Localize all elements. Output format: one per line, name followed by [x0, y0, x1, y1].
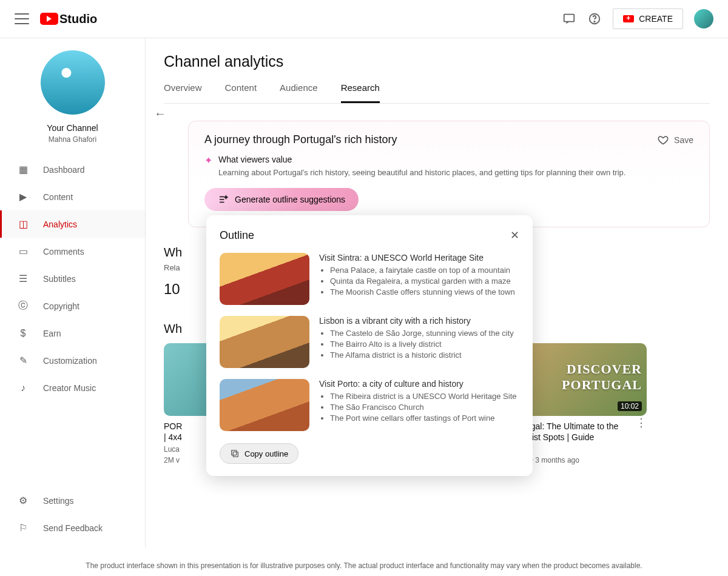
- outline-item: Visit Porto: a city of culture and histo…: [220, 379, 519, 431]
- video-duration: 10:02: [618, 401, 642, 411]
- nav-earn[interactable]: $Earn: [0, 320, 145, 347]
- customization-icon: ✎: [16, 355, 30, 366]
- svg-point-2: [595, 21, 595, 22]
- outline-bullet: The Port wine cellars offer tastings of …: [330, 414, 517, 423]
- nav-subtitles[interactable]: ☰Subtitles: [0, 265, 145, 292]
- analytics-icon: ◫: [16, 218, 30, 230]
- tab-overview[interactable]: Overview: [164, 75, 202, 103]
- copy-icon: [230, 449, 240, 458]
- svg-rect-0: [564, 15, 575, 22]
- channel-avatar[interactable]: [41, 50, 105, 115]
- nav-feedback[interactable]: ⚐Send Feedback: [0, 514, 145, 541]
- music-icon: ♪: [16, 383, 30, 393]
- tab-research[interactable]: Research: [341, 75, 380, 103]
- nav-copyright[interactable]: ⓒCopyright: [0, 292, 145, 320]
- outline-bullet: The São Francisco Church: [330, 403, 517, 412]
- research-card: A journey through Portugal's rich histor…: [188, 121, 710, 227]
- video-channel: Luca: [164, 445, 182, 454]
- top-bar: Studio CREATE: [0, 0, 728, 38]
- outline-item: Lisbon is a vibrant city with a rich his…: [220, 316, 519, 368]
- outline-bullet: The Ribeira district is a UNESCO World H…: [330, 392, 517, 401]
- hamburger-icon[interactable]: [15, 13, 29, 24]
- outline-bullet: The Castelo de São Jorge, stunning views…: [330, 329, 514, 338]
- card-title: A journey through Portugal's rich histor…: [204, 133, 397, 146]
- close-icon[interactable]: ✕: [510, 229, 519, 242]
- nav-customization[interactable]: ✎Customization: [0, 347, 145, 374]
- more-icon[interactable]: ⋮: [636, 416, 647, 429]
- sparkle-icon: ✦: [204, 155, 212, 166]
- create-button[interactable]: CREATE: [613, 8, 683, 29]
- outline-bullet: Pena Palace, a fairytale castle on top o…: [330, 266, 515, 275]
- page-title: Channel analytics: [164, 53, 710, 70]
- disclaimer: The product interface shown in this pres…: [0, 561, 728, 570]
- nav-settings[interactable]: ⚙Settings: [0, 487, 145, 514]
- subtitles-icon: ☰: [16, 273, 30, 284]
- list-sparkle-icon: [218, 194, 229, 205]
- content-icon: ▶: [16, 191, 30, 203]
- channel-label: Your Channel: [0, 123, 145, 133]
- generate-label: Generate outline suggestions: [235, 195, 345, 204]
- outline-item: Visit Sintra: a UNESCO World Heritage Si…: [220, 253, 519, 305]
- outline-bullet: Quinta da Regaleira, a mystical garden w…: [330, 276, 515, 286]
- copy-outline-button[interactable]: Copy outline: [220, 443, 298, 464]
- gear-icon: ⚙: [16, 495, 30, 506]
- dashboard-icon: ▦: [16, 164, 30, 175]
- save-label: Save: [674, 135, 693, 145]
- outline-bullet: The Bairro Alto is a lively district: [330, 340, 514, 349]
- tabs: Overview Content Audience Research: [164, 75, 710, 104]
- video-title: POR| 4x4: [164, 421, 182, 443]
- feedback-icon: ⚐: [16, 522, 30, 534]
- save-button[interactable]: Save: [657, 134, 693, 146]
- nav-analytics[interactable]: ◫Analytics: [0, 210, 145, 238]
- outline-bullet: The Alfama district is a historic distri…: [330, 350, 514, 360]
- heart-icon: [657, 134, 669, 146]
- sidebar: Your Channel Mahna Ghafori ▦Dashboard ▶C…: [0, 38, 146, 548]
- copyright-icon: ⓒ: [16, 300, 30, 312]
- video-meta: 2M v: [164, 456, 182, 464]
- help-icon[interactable]: [587, 12, 602, 26]
- value-heading: What viewers value: [218, 155, 625, 164]
- account-avatar[interactable]: [694, 9, 713, 28]
- nav-creator-music[interactable]: ♪Creator Music: [0, 374, 145, 401]
- generate-outline-button[interactable]: Generate outline suggestions: [204, 188, 359, 211]
- thumbnail-overlay-text: DISCOVERPORTUGAL: [562, 361, 642, 393]
- back-arrow-icon[interactable]: ←: [154, 107, 166, 121]
- outline-heading: Visit Porto: a city of culture and histo…: [319, 379, 517, 389]
- nav-comments[interactable]: ▭Comments: [0, 238, 145, 265]
- outline-bullet: The Moorish Castle offers stunning views…: [330, 287, 515, 296]
- tab-audience[interactable]: Audience: [280, 75, 318, 103]
- comments-icon: ▭: [16, 246, 30, 257]
- main-content: Channel analytics Overview Content Audie…: [146, 38, 728, 548]
- earn-icon: $: [16, 328, 30, 339]
- tab-content[interactable]: Content: [225, 75, 257, 103]
- logo-text: Studio: [59, 12, 97, 26]
- youtube-icon: [40, 13, 58, 25]
- copy-label: Copy outline: [244, 449, 288, 458]
- nav-dashboard[interactable]: ▦Dashboard: [0, 156, 145, 183]
- popover-title: Outline: [220, 229, 254, 242]
- outline-thumbnail: [220, 316, 309, 368]
- value-text: Learning about Portugal's rich history, …: [218, 168, 625, 177]
- create-label: CREATE: [639, 14, 673, 24]
- outline-thumbnail: [220, 379, 309, 431]
- channel-name: Mahna Ghafori: [0, 135, 145, 144]
- studio-logo[interactable]: Studio: [40, 12, 97, 26]
- outline-thumbnail: [220, 253, 309, 305]
- chat-icon[interactable]: [562, 12, 576, 26]
- create-icon: [623, 15, 634, 22]
- svg-rect-3: [233, 452, 238, 457]
- outline-heading: Visit Sintra: a UNESCO World Heritage Si…: [319, 253, 515, 263]
- outline-heading: Lisbon is a vibrant city with a rich his…: [319, 316, 514, 326]
- outline-popover: Outline ✕ Visit Sintra: a UNESCO World H…: [206, 215, 533, 476]
- svg-rect-4: [232, 450, 237, 455]
- nav-content[interactable]: ▶Content: [0, 183, 145, 210]
